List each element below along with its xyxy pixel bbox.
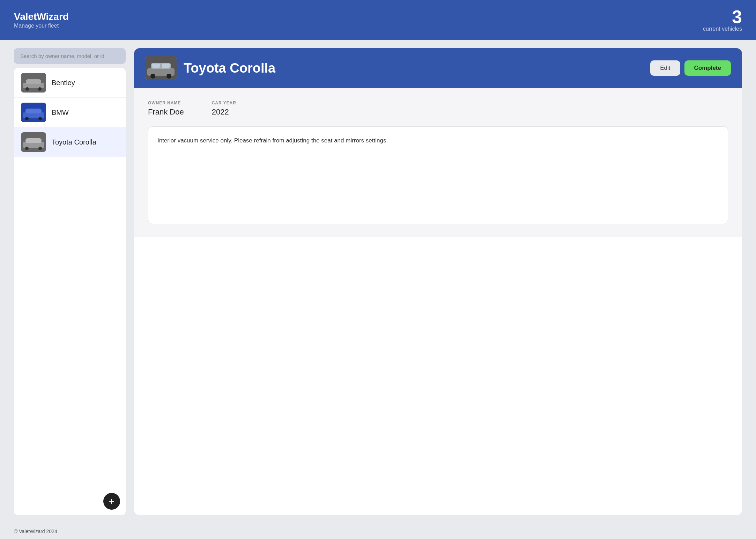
detail-header: Toyota Corolla Edit Complete — [134, 48, 742, 88]
svg-point-13 — [25, 147, 29, 150]
vehicle-count-number: 3 — [703, 8, 742, 26]
app-title: ValetWizard — [14, 11, 69, 23]
svg-point-9 — [38, 117, 42, 120]
vehicle-thumbnail-bmw — [21, 103, 46, 122]
detail-car-thumbnail — [145, 56, 177, 80]
vehicle-name-bentley: Bentley — [52, 79, 75, 87]
add-vehicle-button[interactable]: + — [103, 493, 120, 510]
edit-button[interactable]: Edit — [650, 60, 680, 76]
svg-point-3 — [25, 87, 29, 91]
header-vehicle-count: 3 current vehicles — [703, 8, 742, 32]
car-year-label: CAR YEAR — [212, 101, 236, 105]
vehicle-thumbnail-bentley — [21, 73, 46, 93]
app-footer: © ValetWizard 2024 — [0, 524, 756, 539]
owner-name-label: OWNER NAME — [148, 101, 184, 105]
svg-rect-21 — [162, 64, 170, 68]
car-year-value: 2022 — [212, 108, 236, 117]
list-item[interactable]: Toyota Corolla — [14, 127, 126, 157]
search-input[interactable] — [14, 48, 126, 64]
svg-point-14 — [38, 147, 42, 150]
notes-box: Interior vacuum service only. Please ref… — [148, 126, 728, 224]
detail-title: Toyota Corolla — [184, 61, 643, 76]
owner-name-value: Frank Doe — [148, 108, 184, 117]
svg-rect-7 — [25, 109, 42, 113]
app-header: ValetWizard Manage your fleet 3 current … — [0, 0, 756, 40]
svg-rect-12 — [25, 138, 42, 143]
vehicle-name-corolla: Toyota Corolla — [52, 138, 96, 146]
detail-body: OWNER NAME Frank Doe CAR YEAR 2022 Inter… — [134, 88, 742, 237]
list-item[interactable]: Bentley — [14, 68, 126, 98]
list-item[interactable]: BMW — [14, 98, 126, 127]
main-content: Bentley BMW — [0, 40, 756, 524]
complete-button[interactable]: Complete — [684, 60, 731, 76]
svg-rect-2 — [26, 79, 41, 84]
left-panel: Bentley BMW — [14, 48, 126, 515]
vehicle-thumbnail-corolla — [21, 132, 46, 152]
right-panel: Toyota Corolla Edit Complete OWNER NAME … — [134, 48, 742, 515]
owner-name-field: OWNER NAME Frank Doe — [148, 101, 184, 117]
svg-point-18 — [150, 74, 155, 79]
vehicle-count-label: current vehicles — [703, 26, 742, 32]
detail-fields: OWNER NAME Frank Doe CAR YEAR 2022 — [148, 101, 728, 117]
svg-rect-20 — [152, 64, 160, 68]
detail-actions: Edit Complete — [650, 60, 731, 76]
header-branding: ValetWizard Manage your fleet — [14, 11, 69, 29]
notes-text: Interior vacuum service only. Please ref… — [157, 136, 719, 145]
svg-point-4 — [38, 87, 42, 91]
car-year-field: CAR YEAR 2022 — [212, 101, 236, 117]
vehicle-list: Bentley BMW — [14, 68, 126, 515]
vehicle-name-bmw: BMW — [52, 109, 69, 117]
app-subtitle: Manage your fleet — [14, 23, 69, 29]
svg-point-8 — [25, 117, 29, 120]
svg-point-19 — [166, 74, 171, 79]
footer-text: © ValetWizard 2024 — [14, 529, 57, 534]
